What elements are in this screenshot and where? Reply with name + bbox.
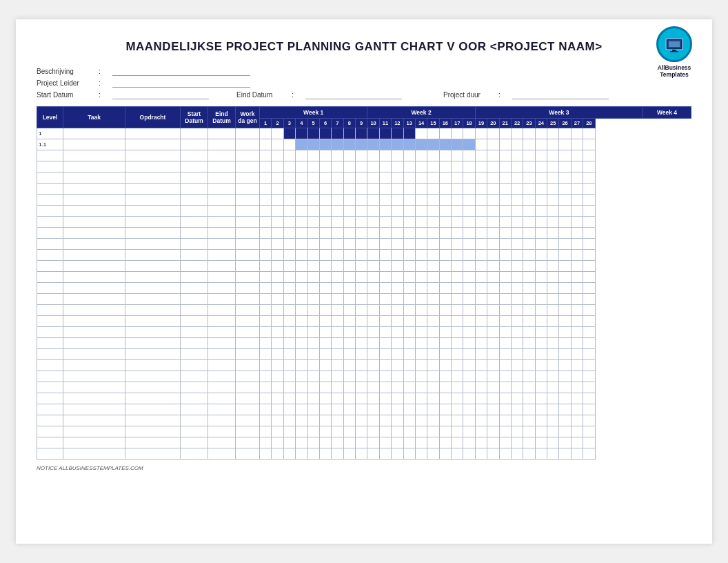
day-cell: [260, 327, 272, 338]
day-cell: [319, 316, 331, 327]
day-cell: [523, 415, 535, 426]
day-cell: [272, 228, 283, 239]
day-cell: [427, 161, 439, 172]
day-cell: [319, 128, 331, 139]
day-cell: [356, 184, 367, 195]
day-cell: [427, 172, 439, 184]
day-cell: [356, 250, 367, 261]
day-cell: [511, 283, 523, 294]
table-row: [37, 426, 691, 437]
day-cell: [272, 404, 283, 415]
day-cell: [463, 393, 475, 404]
table-row: 1.1: [37, 139, 691, 150]
day-cell: [367, 161, 379, 172]
table-cell: [63, 217, 125, 228]
table-cell: [181, 382, 208, 393]
day-cell: [343, 382, 355, 393]
day-cell: [367, 195, 379, 206]
day-cell: [392, 360, 403, 371]
day-cell: [427, 393, 439, 404]
day-cell: [511, 448, 523, 460]
day-cell: [367, 228, 379, 239]
day-cell: [296, 393, 307, 404]
table-cell: [208, 360, 236, 371]
day-cell: [403, 382, 415, 393]
day-cell: [547, 195, 559, 206]
gantt-table-wrapper: Level Taak Opdracht StartDatum EindDatum…: [37, 106, 691, 460]
day-cell: [571, 161, 583, 172]
day-cell: [523, 360, 535, 371]
day-cell: [283, 283, 295, 294]
table-cell: [37, 228, 63, 239]
day-cell: [427, 360, 439, 371]
table-cell: [236, 272, 260, 283]
table-cell: [63, 316, 125, 327]
table-cell: [37, 272, 63, 283]
day-cell: [511, 150, 523, 161]
day-cell: [499, 382, 511, 393]
day-cell: [272, 316, 283, 327]
table-cell: [125, 415, 181, 426]
day-cell: [511, 382, 523, 393]
th-day-11: 11: [379, 119, 391, 128]
table-cell: [125, 371, 181, 382]
day-cell: [367, 338, 379, 349]
day-cell: [547, 250, 559, 261]
day-cell: [583, 128, 595, 139]
table-cell: [37, 184, 63, 195]
day-cell: [307, 261, 319, 272]
day-cell: [547, 360, 559, 371]
day-cell: [415, 316, 427, 327]
th-day-20: 20: [487, 119, 499, 128]
th-day-27: 27: [571, 119, 583, 128]
day-cell: [427, 217, 439, 228]
table-cell: [37, 437, 63, 448]
th-day-22: 22: [511, 119, 523, 128]
day-cell: [379, 404, 391, 415]
day-cell: [260, 250, 272, 261]
day-cell: [403, 161, 415, 172]
day-cell: [571, 139, 583, 150]
table-cell: [181, 448, 208, 460]
table-cell: [236, 404, 260, 415]
day-cell: [571, 184, 583, 195]
day-cell: [452, 349, 463, 360]
day-cell: [487, 415, 499, 426]
day-cell: [307, 305, 319, 316]
day-cell: [571, 172, 583, 184]
day-cell: [307, 437, 319, 448]
table-cell: [236, 393, 260, 404]
gantt-table: Level Taak Opdracht StartDatum EindDatum…: [37, 106, 691, 460]
day-cell: [487, 426, 499, 437]
day-cell: [356, 437, 367, 448]
day-cell: [272, 239, 283, 250]
day-cell: [523, 228, 535, 239]
table-cell: [63, 261, 125, 272]
day-cell: [547, 327, 559, 338]
day-cell: [343, 250, 355, 261]
table-cell: [63, 128, 125, 139]
day-cell: [307, 206, 319, 217]
day-cell: [296, 161, 307, 172]
table-cell: [208, 239, 236, 250]
day-cell: [439, 294, 451, 305]
day-cell: [319, 150, 331, 161]
day-cell: [296, 272, 307, 283]
day-cell: [332, 139, 343, 150]
table-cell: [37, 360, 63, 371]
day-cell: [283, 327, 295, 338]
day-cell: [392, 184, 403, 195]
day-cell: [403, 327, 415, 338]
day-cell: [463, 294, 475, 305]
day-cell: [487, 128, 499, 139]
table-cell: [208, 338, 236, 349]
day-cell: [499, 206, 511, 217]
day-cell: [260, 437, 272, 448]
day-cell: [260, 404, 272, 415]
day-cell: [475, 261, 487, 272]
day-cell: [487, 206, 499, 217]
table-cell: [208, 228, 236, 239]
day-cell: [356, 128, 367, 139]
day-cell: [260, 272, 272, 283]
day-cell: [487, 305, 499, 316]
